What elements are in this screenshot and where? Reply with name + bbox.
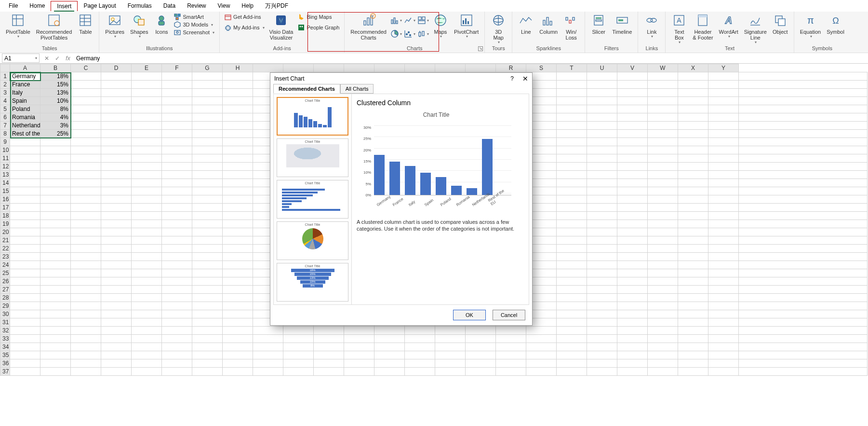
cell[interactable] (71, 277, 101, 286)
cell[interactable] (739, 327, 868, 335)
cell[interactable] (739, 89, 868, 97)
cell[interactable]: Romania (10, 113, 40, 122)
cell[interactable] (648, 97, 678, 105)
col-header-x[interactable]: X (678, 64, 708, 72)
cell[interactable] (617, 261, 648, 269)
table-button[interactable]: Table (75, 13, 96, 35)
cell[interactable] (192, 294, 223, 302)
cell[interactable] (374, 368, 405, 376)
cell[interactable] (101, 294, 132, 302)
cell[interactable] (678, 368, 708, 376)
cell[interactable] (132, 195, 162, 204)
cell[interactable] (648, 228, 678, 236)
cell[interactable] (101, 195, 132, 204)
cell[interactable] (557, 220, 587, 228)
cell[interactable] (71, 146, 101, 154)
cell[interactable] (708, 228, 739, 236)
cell[interactable] (648, 294, 678, 302)
cell[interactable] (10, 187, 40, 195)
cell[interactable] (101, 335, 132, 343)
cell[interactable] (101, 245, 132, 253)
cell[interactable] (739, 212, 868, 220)
cell[interactable] (71, 253, 101, 261)
cell[interactable] (71, 220, 101, 228)
cell[interactable] (162, 179, 192, 187)
cell[interactable] (739, 335, 868, 343)
cell[interactable] (678, 318, 708, 327)
cell[interactable] (253, 351, 283, 359)
cell[interactable] (192, 146, 223, 154)
row-header[interactable]: 19 (0, 220, 10, 228)
cell[interactable] (71, 72, 101, 81)
cell[interactable] (40, 228, 71, 236)
cell[interactable] (223, 343, 253, 351)
cell[interactable] (678, 310, 708, 318)
cell[interactable] (71, 368, 101, 376)
row-header[interactable]: 17 (0, 204, 10, 212)
cell[interactable] (253, 343, 283, 351)
cell[interactable] (162, 310, 192, 318)
cell[interactable] (739, 269, 868, 277)
cell[interactable] (192, 359, 223, 368)
cell[interactable] (708, 343, 739, 351)
cell[interactable] (253, 327, 283, 335)
cell[interactable] (71, 351, 101, 359)
cell[interactable] (708, 220, 739, 228)
cell[interactable] (40, 245, 71, 253)
cell[interactable] (678, 72, 708, 81)
cell[interactable] (132, 294, 162, 302)
cell[interactable] (101, 81, 132, 89)
cell[interactable] (678, 179, 708, 187)
cell[interactable] (71, 261, 101, 269)
cell[interactable] (132, 236, 162, 245)
row-header[interactable]: 7 (0, 122, 10, 130)
row-header[interactable]: 4 (0, 97, 10, 105)
cell[interactable] (162, 228, 192, 236)
cell[interactable] (223, 220, 253, 228)
cell[interactable] (223, 72, 253, 81)
cell[interactable] (40, 261, 71, 269)
cell[interactable] (617, 359, 648, 368)
cell[interactable] (10, 310, 40, 318)
tab-home[interactable]: Home (24, 1, 51, 11)
cell[interactable] (162, 327, 192, 335)
recommended-pivottables-button[interactable]: Recommended PivotTables (33, 13, 75, 41)
cell[interactable] (617, 294, 648, 302)
cell[interactable] (223, 212, 253, 220)
cell[interactable] (739, 146, 868, 154)
cell[interactable] (223, 294, 253, 302)
cell[interactable] (132, 113, 162, 122)
cell[interactable] (708, 72, 739, 81)
dialog-titlebar[interactable]: Insert Chart ? ✕ (270, 73, 532, 84)
cell[interactable] (71, 302, 101, 310)
cell[interactable] (557, 327, 587, 335)
cell[interactable] (344, 351, 374, 359)
col-header-r[interactable]: R (496, 64, 526, 72)
row-header[interactable]: 24 (0, 261, 10, 269)
cell[interactable] (739, 163, 868, 171)
cell[interactable] (132, 81, 162, 89)
cell[interactable]: Italy (10, 89, 40, 97)
header-footer-button[interactable]: Header & Footer (690, 13, 716, 41)
cell[interactable] (40, 368, 71, 376)
cell[interactable] (40, 187, 71, 195)
cell[interactable] (101, 343, 132, 351)
cell[interactable] (678, 212, 708, 220)
cell[interactable] (40, 236, 71, 245)
tab-recommended-charts[interactable]: Recommended Charts (273, 84, 340, 94)
cell[interactable] (557, 146, 587, 154)
cell[interactable] (10, 228, 40, 236)
cell[interactable] (162, 138, 192, 146)
cell[interactable] (314, 343, 344, 351)
cell[interactable] (192, 195, 223, 204)
cell[interactable] (587, 72, 617, 81)
cell[interactable] (587, 253, 617, 261)
cell[interactable] (435, 359, 466, 368)
cell[interactable] (71, 318, 101, 327)
cell[interactable] (648, 81, 678, 89)
cell[interactable] (71, 236, 101, 245)
cell[interactable] (557, 81, 587, 89)
cell[interactable]: 18% (40, 72, 71, 81)
people-graph-button[interactable]: People Graph (298, 24, 339, 31)
pictures-button[interactable]: Pictures▾ (102, 13, 127, 39)
